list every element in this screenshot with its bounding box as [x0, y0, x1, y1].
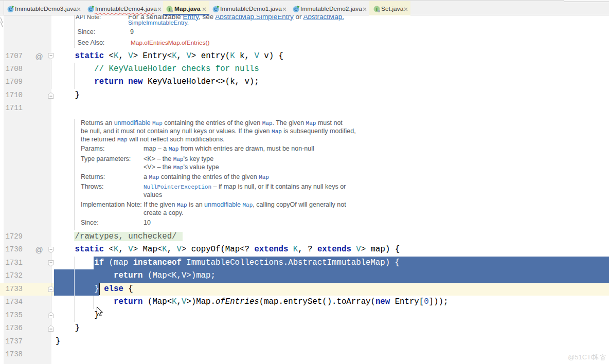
- svg-text:I: I: [376, 6, 378, 12]
- svg-text:C: C: [214, 6, 218, 12]
- svg-text:C: C: [89, 6, 93, 12]
- svg-text:C: C: [9, 6, 12, 12]
- svg-text:I: I: [169, 6, 170, 12]
- svg-text:C: C: [294, 6, 298, 12]
